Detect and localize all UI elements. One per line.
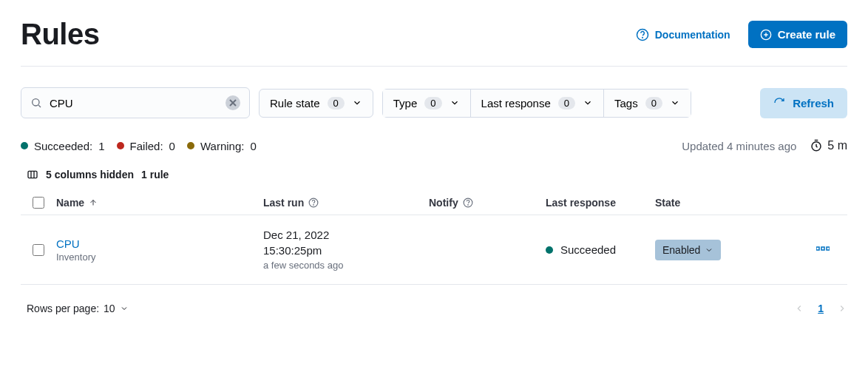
chevron-down-icon (450, 98, 460, 108)
state-toggle[interactable]: Enabled (655, 240, 721, 260)
warning-count: 0 (250, 140, 256, 152)
status-failed: Failed: 0 (117, 140, 175, 152)
chevron-down-icon (670, 98, 680, 108)
documentation-link[interactable]: Documentation (636, 28, 730, 41)
help-icon (636, 28, 649, 41)
clear-search-button[interactable] (226, 95, 240, 110)
rule-state-count: 0 (328, 97, 345, 109)
column-notify-label: Notify (429, 197, 458, 209)
svg-rect-11 (821, 247, 824, 250)
create-rule-label: Create rule (778, 28, 835, 41)
search-icon (30, 97, 42, 109)
refresh-icon (773, 97, 785, 109)
search-input[interactable] (50, 97, 218, 109)
updated-text: Updated 4 minutes ago (682, 140, 796, 152)
run-time: 15:30:25pm (263, 244, 429, 257)
svg-point-3 (33, 99, 39, 106)
column-last-response-label: Last response (546, 197, 616, 209)
help-icon (308, 198, 319, 208)
succeeded-count: 1 (98, 140, 104, 152)
refresh-label: Refresh (793, 97, 834, 109)
svg-point-7 (313, 205, 314, 206)
dot-red-icon (117, 142, 124, 149)
dot-yellow-icon (187, 142, 194, 149)
last-response-label: Last response (481, 97, 551, 109)
table-meta[interactable]: 5 columns hidden 1 rule (21, 169, 847, 191)
divider (21, 66, 847, 67)
svg-point-9 (467, 205, 468, 206)
tags-filter[interactable]: Tags 0 (604, 90, 691, 117)
svg-rect-12 (827, 247, 830, 250)
plus-circle-icon (760, 29, 772, 41)
warning-label: Warning: (200, 140, 244, 152)
boxes-icon (816, 245, 830, 254)
column-last-run[interactable]: Last run (263, 197, 429, 209)
state-label: Enabled (662, 244, 700, 256)
rows-per-value: 10 (104, 303, 115, 314)
column-last-run-label: Last run (263, 197, 304, 209)
refresh-button[interactable]: Refresh (760, 88, 847, 118)
rule-subtitle: Inventory (56, 252, 95, 263)
x-icon (227, 97, 239, 109)
failed-count: 0 (169, 140, 175, 152)
chevron-down-icon (120, 304, 129, 313)
rows-per-page[interactable]: Rows per page: 10 (27, 303, 129, 314)
status-warning: Warning: 0 (187, 140, 257, 152)
rule-state-label: Rule state (270, 97, 320, 109)
next-page-button[interactable] (837, 303, 847, 314)
last-response-count: 0 (558, 97, 575, 109)
chevron-down-icon (705, 246, 713, 254)
page-title: Rules (21, 18, 99, 51)
table-row: CPU Inventory Dec 21, 2022 15:30:25pm a … (21, 215, 847, 285)
svg-rect-10 (816, 247, 819, 250)
rows-per-label: Rows per page: (27, 303, 99, 314)
status-succeeded: Succeeded: 1 (21, 140, 105, 152)
run-date: Dec 21, 2022 (263, 229, 429, 241)
column-notify[interactable]: Notify (429, 197, 546, 209)
tags-label: Tags (614, 97, 638, 109)
rule-name-link[interactable]: CPU (56, 237, 95, 250)
succeeded-label: Succeeded: (34, 140, 92, 152)
chevron-down-icon (352, 98, 362, 108)
column-state[interactable]: State (655, 197, 787, 209)
column-name[interactable]: Name (56, 197, 263, 209)
column-state-label: State (655, 197, 680, 209)
current-page[interactable]: 1 (818, 303, 824, 314)
search-input-container[interactable] (21, 87, 250, 118)
rule-state-filter[interactable]: Rule state 0 (259, 89, 373, 118)
run-relative: a few seconds ago (263, 260, 429, 271)
sort-asc-icon (89, 198, 98, 207)
documentation-label: Documentation (655, 29, 730, 41)
interval-display[interactable]: 5 m (810, 139, 847, 152)
hidden-columns: 5 columns hidden (46, 169, 134, 180)
failed-label: Failed: (130, 140, 163, 152)
rule-count: 1 rule (141, 169, 169, 180)
timer-icon (810, 139, 823, 152)
help-icon (463, 198, 473, 208)
columns-icon (27, 169, 38, 180)
type-label: Type (393, 97, 418, 109)
svg-point-1 (642, 37, 642, 38)
dot-green-icon (546, 246, 553, 254)
row-checkbox[interactable] (33, 244, 44, 256)
prev-page-button[interactable] (794, 303, 804, 314)
response-text: Succeeded (560, 243, 616, 256)
last-response-filter[interactable]: Last response 0 (471, 90, 604, 117)
dot-green-icon (21, 142, 28, 149)
create-rule-button[interactable]: Create rule (748, 21, 847, 48)
column-name-label: Name (56, 197, 84, 209)
type-filter[interactable]: Type 0 (383, 90, 471, 117)
row-actions-button[interactable] (816, 244, 830, 256)
interval-value: 5 m (827, 139, 847, 152)
type-count: 0 (424, 97, 441, 109)
tags-count: 0 (645, 97, 662, 109)
column-last-response[interactable]: Last response (546, 197, 655, 209)
chevron-down-icon (583, 98, 593, 108)
select-all-checkbox[interactable] (33, 197, 44, 209)
svg-rect-5 (28, 171, 37, 178)
